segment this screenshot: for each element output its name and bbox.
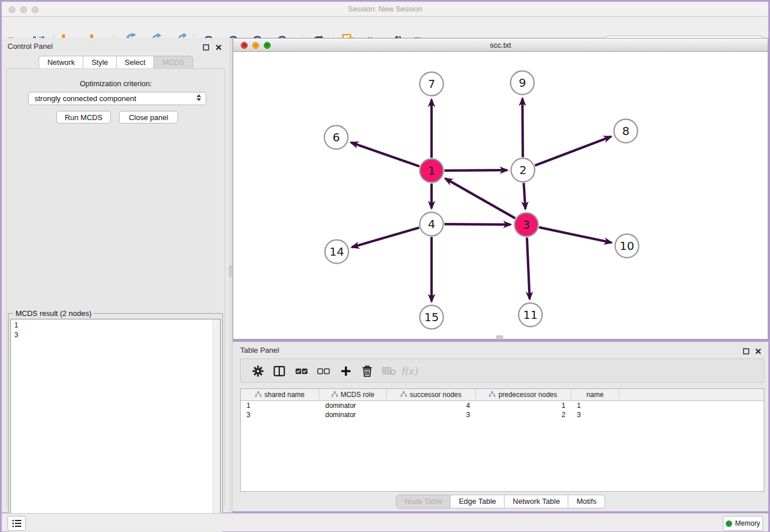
dropdown-arrows-icon [197,94,201,101]
zoom-network-icon[interactable]: + [264,42,271,49]
application-window: Session: New Session [0,0,770,532]
graph-node-label-9: 9 [519,76,526,90]
criterion-dropdown[interactable]: strongly connected component [28,92,206,105]
columns-icon[interactable] [271,363,288,380]
table-panel-title: Table Panel [240,346,279,354]
deselect-all-icon[interactable] [315,363,332,380]
network-canvas[interactable]: 7968124314101511 [233,52,768,340]
mcds-result-text[interactable]: 1 3 [10,319,221,531]
mcds-tab-content: Optimization criterion: strongly connect… [6,68,225,507]
graph-edge-3-1[interactable] [445,179,515,218]
graph-node-label-15: 15 [424,310,438,324]
float-panel-icon[interactable] [203,43,209,49]
clear-table-icon [380,363,398,380]
node-table[interactable]: shared nameMCDS rolesuccessor nodesprede… [240,388,764,492]
table-cell[interactable]: 1 [241,401,319,410]
table-tab-node-table[interactable]: Node Table [396,495,451,508]
graph-node-label-1: 1 [428,164,436,178]
graph-node-label-10: 10 [619,239,634,253]
table-panel: Table Panel [233,342,768,511]
network-view-window: ✕ − + scc.txt 7968124314101511 [233,38,768,340]
table-tabstrip: Node TableEdge TableNetwork TableMotifs [233,495,768,508]
tab-mcds[interactable]: MCDS [154,56,192,70]
column-header-name[interactable]: name [571,389,619,400]
table-cell[interactable]: 2 [476,410,571,419]
criterion-dropdown-value: strongly connected component [34,94,136,103]
table-row[interactable]: 3dominator323 [241,410,764,419]
network-window-title: scc.txt [233,38,768,52]
minimize-window-icon[interactable] [20,6,27,13]
graph-edge-2-8[interactable] [535,137,611,165]
graph-node-label-2: 2 [519,163,527,177]
graph-edge-3-10[interactable] [539,228,611,243]
optimization-criterion-label: Optimization criterion: [7,79,225,88]
graph-edge-4-14[interactable] [352,228,419,247]
close-table-panel-icon[interactable] [755,346,761,353]
graph-edge-1-6[interactable] [351,142,419,167]
close-window-icon[interactable] [9,6,16,13]
select-all-icon[interactable] [293,363,310,380]
column-header-shared-name[interactable]: shared name [241,389,319,400]
canvas-resize-grip[interactable] [496,336,503,340]
graph-edge-4-3[interactable] [444,224,510,225]
column-header-predecessor-nodes[interactable]: predecessor nodes [476,389,571,400]
memory-status-icon [726,521,732,527]
minimize-network-icon[interactable]: − [252,42,259,49]
close-panel-button[interactable]: Close panel [119,111,178,124]
column-header-MCDS-role[interactable]: MCDS role [319,389,387,400]
hierarchy-icon [332,391,338,399]
graph-edge-1-2[interactable] [444,170,507,171]
table-panel-header: Table Panel [233,342,768,358]
table-body: 1dominator4113dominator323 [241,401,764,419]
task-history-button[interactable] [7,516,26,531]
column-header-successor-nodes[interactable]: successor nodes [387,389,476,400]
table-tab-network-table[interactable]: Network Table [505,495,568,508]
graph-node-label-6: 6 [333,130,340,144]
delete-icon[interactable] [359,363,376,380]
hierarchy-icon [489,391,495,399]
graph-node-label-11: 11 [523,308,537,322]
memory-label: Memory [735,519,760,527]
function-fx-icon: f(x) [401,363,418,380]
tab-network[interactable]: Network [38,56,83,70]
graph-node-label-7: 7 [428,77,436,91]
table-cell[interactable]: 3 [571,410,619,419]
table-cell[interactable]: dominator [319,401,387,410]
close-network-icon[interactable]: ✕ [241,42,248,49]
graph-node-label-8: 8 [622,124,630,138]
window-title: Session: New Session [2,2,768,16]
table-row[interactable]: 1dominator411 [241,401,764,410]
table-tab-motifs[interactable]: Motifs [568,495,605,508]
table-cell[interactable]: 3 [241,410,319,419]
graph-node-label-3: 3 [523,218,530,232]
table-cell[interactable]: 1 [571,401,619,410]
table-cell[interactable]: 1 [476,401,571,410]
tab-style[interactable]: Style [83,56,117,70]
mcds-result-title: MCDS result (2 nodes) [13,309,94,318]
tab-select[interactable]: Select [117,56,154,70]
network-window-titlebar[interactable]: ✕ − + scc.txt [233,38,768,52]
graph-node-label-14: 14 [329,245,344,259]
float-table-panel-icon[interactable] [743,346,749,353]
hierarchy-icon [401,391,407,399]
table-cell[interactable]: 3 [387,410,476,419]
control-panel-title: Control Panel [7,42,53,51]
close-panel-icon[interactable] [215,43,222,49]
control-panel: Control Panel NetworkStyleSelectMCDS Opt… [2,38,230,512]
graph-edge-2-9[interactable] [522,98,523,157]
list-icon [12,519,22,527]
mcds-result-groupbox: MCDS result (2 nodes) 1 3 [8,313,223,532]
table-cell[interactable]: dominator [319,410,387,419]
table-tab-edge-table[interactable]: Edge Table [451,495,505,508]
table-toolbar: f(x) [240,358,764,383]
add-column-icon[interactable] [337,363,355,380]
graph-edge-3-11[interactable] [527,237,530,299]
result-scrollbar[interactable] [213,319,220,531]
maximize-window-icon[interactable] [32,6,38,13]
gear-icon[interactable] [249,363,267,380]
memory-button[interactable]: Memory [723,516,763,531]
graph-edge-2-3[interactable] [523,183,525,209]
table-header-row: shared nameMCDS rolesuccessor nodesprede… [241,389,764,401]
table-cell[interactable]: 4 [387,401,476,410]
run-mcds-button[interactable]: Run MCDS [56,111,111,124]
